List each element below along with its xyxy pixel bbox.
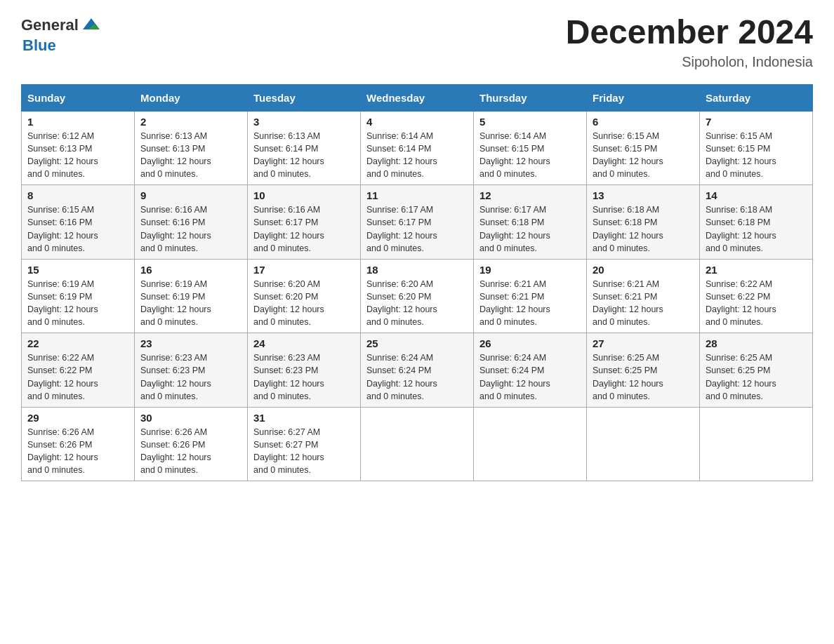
day-info: Sunrise: 6:22 AMSunset: 6:22 PMDaylight:… bbox=[706, 279, 776, 327]
day-info: Sunrise: 6:14 AMSunset: 6:14 PMDaylight:… bbox=[366, 131, 437, 179]
logo: General Blue bbox=[21, 14, 104, 55]
logo-icon bbox=[80, 14, 102, 36]
day-info: Sunrise: 6:14 AMSunset: 6:15 PMDaylight:… bbox=[479, 131, 550, 179]
calendar-cell: 20 Sunrise: 6:21 AMSunset: 6:21 PMDaylig… bbox=[587, 259, 700, 333]
day-number: 26 bbox=[479, 337, 581, 349]
day-info: Sunrise: 6:15 AMSunset: 6:16 PMDaylight:… bbox=[27, 205, 98, 253]
day-info: Sunrise: 6:24 AMSunset: 6:24 PMDaylight:… bbox=[366, 353, 437, 401]
calendar-cell: 22 Sunrise: 6:22 AMSunset: 6:22 PMDaylig… bbox=[22, 333, 135, 408]
calendar-cell: 28 Sunrise: 6:25 AMSunset: 6:25 PMDaylig… bbox=[700, 333, 813, 408]
day-info: Sunrise: 6:22 AMSunset: 6:22 PMDaylight:… bbox=[27, 353, 98, 401]
day-number: 4 bbox=[366, 116, 468, 128]
calendar-header-monday: Monday bbox=[135, 84, 248, 111]
day-info: Sunrise: 6:17 AMSunset: 6:18 PMDaylight:… bbox=[479, 205, 550, 253]
calendar-cell: 26 Sunrise: 6:24 AMSunset: 6:24 PMDaylig… bbox=[474, 333, 587, 408]
calendar-cell: 30 Sunrise: 6:26 AMSunset: 6:26 PMDaylig… bbox=[135, 407, 248, 481]
calendar-header-wednesday: Wednesday bbox=[361, 84, 474, 111]
page-header: General Blue December 2024 Sipoholon, In… bbox=[21, 14, 813, 70]
day-info: Sunrise: 6:16 AMSunset: 6:16 PMDaylight:… bbox=[140, 205, 211, 253]
calendar-week-row-3: 15 Sunrise: 6:19 AMSunset: 6:19 PMDaylig… bbox=[22, 259, 813, 333]
day-number: 15 bbox=[27, 264, 128, 276]
calendar-cell: 18 Sunrise: 6:20 AMSunset: 6:20 PMDaylig… bbox=[361, 259, 474, 333]
day-number: 11 bbox=[366, 189, 468, 201]
day-info: Sunrise: 6:24 AMSunset: 6:24 PMDaylight:… bbox=[479, 353, 550, 401]
calendar-cell: 8 Sunrise: 6:15 AMSunset: 6:16 PMDayligh… bbox=[22, 185, 135, 260]
calendar-week-row-5: 29 Sunrise: 6:26 AMSunset: 6:26 PMDaylig… bbox=[22, 407, 813, 481]
calendar-cell: 4 Sunrise: 6:14 AMSunset: 6:14 PMDayligh… bbox=[361, 111, 474, 185]
calendar-cell: 15 Sunrise: 6:19 AMSunset: 6:19 PMDaylig… bbox=[22, 259, 135, 333]
day-info: Sunrise: 6:23 AMSunset: 6:23 PMDaylight:… bbox=[253, 353, 324, 401]
title-block: December 2024 Sipoholon, Indonesia bbox=[566, 14, 813, 70]
calendar-cell: 13 Sunrise: 6:18 AMSunset: 6:18 PMDaylig… bbox=[587, 185, 700, 260]
calendar-cell: 29 Sunrise: 6:26 AMSunset: 6:26 PMDaylig… bbox=[22, 407, 135, 481]
day-number: 8 bbox=[27, 189, 128, 201]
day-info: Sunrise: 6:15 AMSunset: 6:15 PMDaylight:… bbox=[706, 131, 776, 179]
day-number: 24 bbox=[253, 337, 355, 349]
day-number: 10 bbox=[253, 189, 355, 201]
calendar-header-thursday: Thursday bbox=[474, 84, 587, 111]
day-number: 3 bbox=[253, 116, 355, 128]
calendar-cell: 23 Sunrise: 6:23 AMSunset: 6:23 PMDaylig… bbox=[135, 333, 248, 408]
day-info: Sunrise: 6:27 AMSunset: 6:27 PMDaylight:… bbox=[253, 427, 324, 475]
calendar-cell: 31 Sunrise: 6:27 AMSunset: 6:27 PMDaylig… bbox=[248, 407, 361, 481]
day-number: 5 bbox=[479, 116, 581, 128]
day-info: Sunrise: 6:15 AMSunset: 6:15 PMDaylight:… bbox=[593, 131, 663, 179]
calendar-cell bbox=[361, 407, 474, 481]
day-number: 1 bbox=[27, 116, 128, 128]
calendar-header-sunday: Sunday bbox=[22, 84, 135, 111]
day-info: Sunrise: 6:18 AMSunset: 6:18 PMDaylight:… bbox=[706, 205, 776, 253]
day-info: Sunrise: 6:20 AMSunset: 6:20 PMDaylight:… bbox=[253, 279, 324, 327]
calendar-cell: 21 Sunrise: 6:22 AMSunset: 6:22 PMDaylig… bbox=[700, 259, 813, 333]
calendar-cell: 16 Sunrise: 6:19 AMSunset: 6:19 PMDaylig… bbox=[135, 259, 248, 333]
calendar-cell: 9 Sunrise: 6:16 AMSunset: 6:16 PMDayligh… bbox=[135, 185, 248, 260]
day-number: 22 bbox=[27, 337, 128, 349]
day-info: Sunrise: 6:13 AMSunset: 6:13 PMDaylight:… bbox=[140, 131, 211, 179]
calendar-cell: 2 Sunrise: 6:13 AMSunset: 6:13 PMDayligh… bbox=[135, 111, 248, 185]
calendar-cell: 19 Sunrise: 6:21 AMSunset: 6:21 PMDaylig… bbox=[474, 259, 587, 333]
day-number: 16 bbox=[140, 264, 241, 276]
day-info: Sunrise: 6:23 AMSunset: 6:23 PMDaylight:… bbox=[140, 353, 211, 401]
day-number: 20 bbox=[593, 264, 694, 276]
calendar-cell: 17 Sunrise: 6:20 AMSunset: 6:20 PMDaylig… bbox=[248, 259, 361, 333]
day-info: Sunrise: 6:21 AMSunset: 6:21 PMDaylight:… bbox=[593, 279, 663, 327]
calendar-cell: 5 Sunrise: 6:14 AMSunset: 6:15 PMDayligh… bbox=[474, 111, 587, 185]
calendar-cell bbox=[474, 407, 587, 481]
day-info: Sunrise: 6:16 AMSunset: 6:17 PMDaylight:… bbox=[253, 205, 324, 253]
calendar-cell: 10 Sunrise: 6:16 AMSunset: 6:17 PMDaylig… bbox=[248, 185, 361, 260]
day-info: Sunrise: 6:12 AMSunset: 6:13 PMDaylight:… bbox=[27, 131, 98, 179]
calendar-cell: 27 Sunrise: 6:25 AMSunset: 6:25 PMDaylig… bbox=[587, 333, 700, 408]
day-info: Sunrise: 6:13 AMSunset: 6:14 PMDaylight:… bbox=[253, 131, 324, 179]
location-subtitle: Sipoholon, Indonesia bbox=[566, 54, 813, 70]
calendar-cell: 3 Sunrise: 6:13 AMSunset: 6:14 PMDayligh… bbox=[248, 111, 361, 185]
day-info: Sunrise: 6:18 AMSunset: 6:18 PMDaylight:… bbox=[593, 205, 663, 253]
day-number: 19 bbox=[479, 264, 581, 276]
calendar-week-row-2: 8 Sunrise: 6:15 AMSunset: 6:16 PMDayligh… bbox=[22, 185, 813, 260]
day-number: 23 bbox=[140, 337, 241, 349]
day-number: 17 bbox=[253, 264, 355, 276]
day-info: Sunrise: 6:21 AMSunset: 6:21 PMDaylight:… bbox=[479, 279, 550, 327]
day-info: Sunrise: 6:25 AMSunset: 6:25 PMDaylight:… bbox=[706, 353, 776, 401]
calendar-cell bbox=[700, 407, 813, 481]
day-info: Sunrise: 6:26 AMSunset: 6:26 PMDaylight:… bbox=[140, 427, 211, 475]
logo-general-text: General bbox=[21, 16, 79, 34]
day-number: 30 bbox=[140, 412, 241, 424]
calendar-header-row: SundayMondayTuesdayWednesdayThursdayFrid… bbox=[22, 84, 813, 111]
day-number: 21 bbox=[706, 264, 807, 276]
calendar-cell: 11 Sunrise: 6:17 AMSunset: 6:17 PMDaylig… bbox=[361, 185, 474, 260]
day-number: 9 bbox=[140, 189, 241, 201]
day-info: Sunrise: 6:25 AMSunset: 6:25 PMDaylight:… bbox=[593, 353, 663, 401]
day-number: 27 bbox=[593, 337, 694, 349]
day-number: 31 bbox=[253, 412, 355, 424]
calendar-cell: 14 Sunrise: 6:18 AMSunset: 6:18 PMDaylig… bbox=[700, 185, 813, 260]
logo-blue-text: Blue bbox=[22, 36, 56, 55]
calendar-week-row-4: 22 Sunrise: 6:22 AMSunset: 6:22 PMDaylig… bbox=[22, 333, 813, 408]
calendar-header-saturday: Saturday bbox=[700, 84, 813, 111]
calendar-table: SundayMondayTuesdayWednesdayThursdayFrid… bbox=[21, 84, 813, 482]
day-number: 25 bbox=[366, 337, 468, 349]
day-number: 29 bbox=[27, 412, 128, 424]
day-number: 18 bbox=[366, 264, 468, 276]
calendar-header-friday: Friday bbox=[587, 84, 700, 111]
calendar-cell: 25 Sunrise: 6:24 AMSunset: 6:24 PMDaylig… bbox=[361, 333, 474, 408]
month-title: December 2024 bbox=[566, 14, 813, 51]
calendar-header-tuesday: Tuesday bbox=[248, 84, 361, 111]
